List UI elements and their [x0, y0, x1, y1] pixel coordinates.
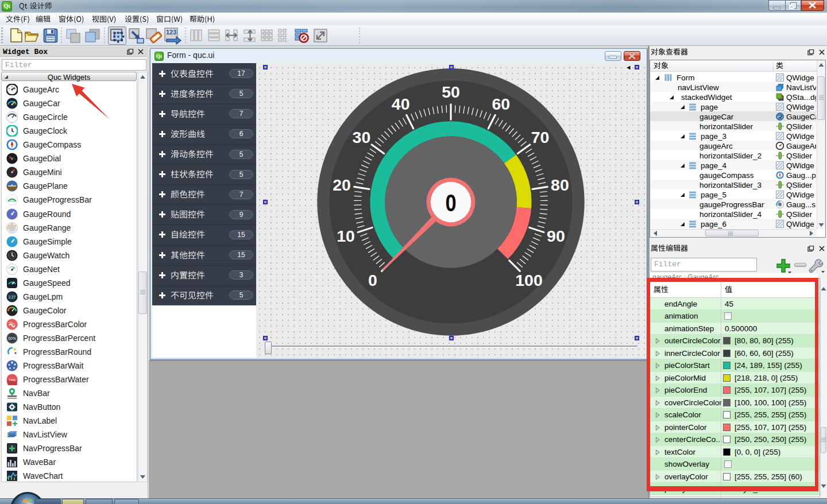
svg-text:40: 40	[392, 95, 410, 113]
svg-text:74%: 74%	[9, 378, 16, 382]
svg-text:0: 0	[445, 189, 456, 216]
svg-text:60%: 60%	[8, 336, 16, 340]
svg-text:80: 80	[551, 176, 569, 194]
svg-text:2.27: 2.27	[9, 294, 16, 298]
svg-text:90: 90	[547, 227, 565, 245]
svg-text:60: 60	[492, 95, 510, 113]
svg-text:30: 30	[353, 128, 371, 146]
svg-text:123: 123	[166, 29, 176, 36]
svg-text:100: 100	[515, 271, 543, 289]
svg-text:50: 50	[442, 83, 460, 101]
svg-text:20: 20	[333, 176, 351, 194]
svg-text:0: 0	[368, 271, 377, 289]
svg-text:70: 70	[531, 128, 550, 146]
svg-text:10: 10	[337, 227, 355, 245]
